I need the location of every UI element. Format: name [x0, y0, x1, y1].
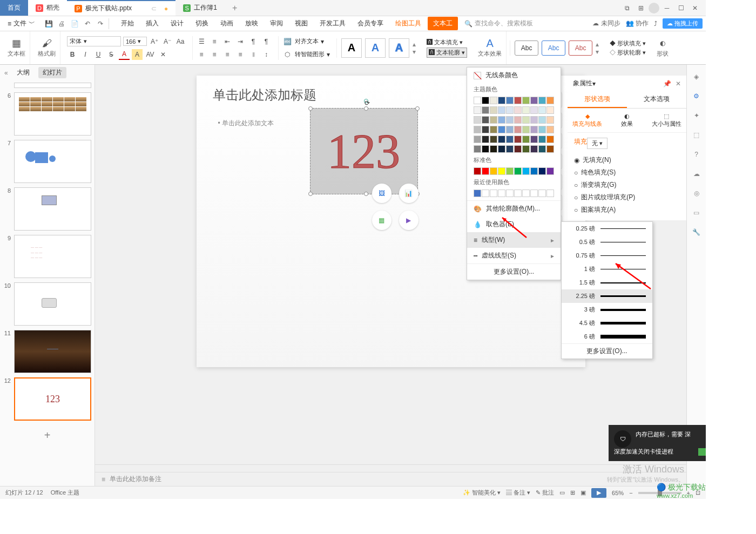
- file-tab[interactable]: P极光下载站.pptx⊂●: [67, 0, 176, 16]
- shape-style-3[interactable]: Abc: [569, 40, 592, 56]
- weight-1-5[interactable]: 1.5 磅: [562, 276, 652, 289]
- shape-fill-button[interactable]: ◆ 形状填充 ▾: [610, 39, 646, 48]
- thumbnail-5-partial[interactable]: [0, 80, 94, 90]
- smart-label[interactable]: 转智能图形: [295, 50, 325, 58]
- handle-sw[interactable]: [308, 192, 313, 196]
- text-effect-icon[interactable]: A: [484, 38, 495, 49]
- weight-2-25[interactable]: 2.25 磅: [562, 289, 652, 303]
- gradient-fill-radio[interactable]: ○ 渐变填充(G): [574, 179, 680, 191]
- slideshow-button[interactable]: ▶: [591, 488, 606, 498]
- preview-icon[interactable]: 📄: [70, 19, 79, 29]
- eyedropper-item[interactable]: 💧 取色器(E): [467, 217, 561, 232]
- weight-4-5[interactable]: 4.5 磅: [562, 316, 652, 330]
- sync-status[interactable]: ☁ 未同步: [592, 19, 620, 28]
- text-outline-button[interactable]: 🅰 文本轮廓 ▾: [427, 48, 467, 58]
- thumbnail-6[interactable]: 6: [0, 90, 94, 138]
- font-combo[interactable]: 宋体 ▾: [67, 36, 121, 46]
- handle-ne[interactable]: [415, 106, 420, 111]
- color-darkblue[interactable]: [498, 97, 505, 104]
- smart-beautify-button[interactable]: ✨ 智能美化 ▾: [463, 489, 501, 497]
- align-text-label[interactable]: 对齐文本: [295, 37, 319, 45]
- new-tab-button[interactable]: +: [225, 3, 245, 13]
- rs-tool-icon[interactable]: 🔧: [690, 226, 703, 239]
- align-center-icon[interactable]: ≡: [209, 49, 220, 60]
- underline-icon[interactable]: U: [93, 49, 104, 60]
- color-purple[interactable]: [530, 97, 538, 104]
- change-case-icon[interactable]: Aa: [175, 36, 186, 47]
- menu-tab-view[interactable]: 视图: [289, 17, 313, 30]
- redo-icon[interactable]: ↷: [96, 19, 105, 29]
- thumbnail-10[interactable]: 10: [0, 280, 94, 328]
- rs-layers-icon[interactable]: ⬚: [690, 129, 703, 141]
- docker-tab[interactable]: D稻壳: [28, 0, 67, 16]
- insert-image-icon[interactable]: 🖼: [372, 184, 392, 203]
- props-close-icon[interactable]: ✕: [676, 80, 681, 87]
- view-sorter-icon[interactable]: ⊞: [570, 489, 575, 496]
- slides-tab[interactable]: 幻灯片: [38, 67, 66, 78]
- insert-chart-icon[interactable]: 📊: [399, 184, 418, 203]
- size-subtab[interactable]: ⬚大小与属性: [647, 109, 686, 132]
- indent-dec-icon[interactable]: ⇤: [222, 36, 233, 47]
- collapse-panel[interactable]: «: [4, 69, 8, 77]
- tab-pin-icon[interactable]: ⊂: [151, 5, 157, 12]
- weight-0-75[interactable]: 0.75 磅: [562, 249, 652, 262]
- weight-3[interactable]: 3 磅: [562, 303, 652, 316]
- notification-popup[interactable]: 🛡 内存已超标，需要 深 深度加速关闭卡慢进程: [609, 425, 706, 461]
- bullets-icon[interactable]: ☰: [196, 36, 207, 47]
- file-menu[interactable]: ≡ 文件 ﹀: [3, 19, 39, 28]
- clear-format-icon[interactable]: ✕: [158, 49, 168, 60]
- text-options-tab[interactable]: 文本选项: [627, 91, 686, 108]
- menu-tab-slideshow[interactable]: 放映: [240, 17, 264, 30]
- highlight-icon[interactable]: A: [132, 49, 143, 60]
- rs-location-icon[interactable]: ◎: [690, 187, 703, 200]
- shape-style-down[interactable]: ▾: [596, 48, 599, 56]
- line-spacing-icon[interactable]: ↕: [261, 49, 272, 60]
- dash-type-item[interactable]: ┅ 虚线线型(S)▸: [467, 248, 561, 263]
- italic-icon[interactable]: I: [80, 49, 91, 60]
- color-green[interactable]: [522, 97, 530, 104]
- increase-font-icon[interactable]: A⁺: [149, 36, 160, 47]
- menu-tab-design[interactable]: 设计: [165, 17, 189, 30]
- weight-6[interactable]: 6 磅: [562, 330, 652, 343]
- avatar[interactable]: [649, 3, 659, 13]
- home-tab[interactable]: 首页: [0, 0, 28, 16]
- menu-tab-animation[interactable]: 动画: [215, 17, 239, 30]
- text-style-3[interactable]: A: [389, 38, 409, 58]
- insert-video-icon[interactable]: ▶: [399, 211, 418, 230]
- text-direction-icon[interactable]: 🔤: [282, 36, 293, 47]
- fill-line-subtab[interactable]: ◆填充与线条: [568, 109, 607, 132]
- menu-tab-dev[interactable]: 开发工具: [314, 17, 351, 30]
- decrease-font-icon[interactable]: A⁻: [162, 36, 173, 47]
- horizontal-scrollbar[interactable]: [95, 464, 686, 472]
- style-down-icon[interactable]: ▾: [413, 48, 416, 56]
- thumbnail-9[interactable]: 9— — —— — —— — —: [0, 233, 94, 280]
- rs-settings-icon[interactable]: ⚙: [690, 90, 703, 103]
- solid-fill-radio[interactable]: ○ 纯色填充(S): [574, 166, 680, 179]
- rs-help-icon[interactable]: ?: [690, 148, 703, 161]
- font-color-icon[interactable]: A: [119, 49, 130, 60]
- minimize-button[interactable]: ─: [660, 3, 673, 13]
- print-icon[interactable]: 🖨: [57, 19, 66, 29]
- selected-text-box[interactable]: 123 ⟳: [310, 108, 418, 194]
- props-pin-icon[interactable]: 📌: [663, 80, 671, 87]
- shape-style-up[interactable]: ▴: [596, 40, 599, 48]
- textbox-icon[interactable]: ▦: [11, 38, 22, 49]
- shape-outline-button[interactable]: ◇ 形状轮廓 ▾: [610, 49, 646, 57]
- menu-tab-start[interactable]: 开始: [116, 17, 139, 30]
- menu-tab-review[interactable]: 审阅: [265, 17, 288, 30]
- weight-more-settings[interactable]: 更多设置(O)...: [562, 344, 652, 359]
- align-justify-icon[interactable]: ≡: [235, 49, 246, 60]
- size-combo[interactable]: 166 ▾: [123, 37, 147, 46]
- maximize-button[interactable]: ☐: [674, 3, 687, 13]
- effect-subtab[interactable]: ◐效果: [607, 109, 646, 132]
- handle-s[interactable]: [364, 192, 368, 196]
- insert-table-icon[interactable]: ▦: [372, 211, 392, 230]
- strike-icon[interactable]: S̶: [106, 49, 117, 60]
- rtl-icon[interactable]: ¶: [261, 36, 272, 47]
- layout-icon[interactable]: ⧉: [620, 3, 633, 13]
- comments-toggle[interactable]: ✎ 批注: [536, 489, 554, 497]
- command-search[interactable]: 🔍 查找命令、搜索模板: [464, 19, 533, 28]
- rs-screen-icon[interactable]: ▭: [690, 206, 703, 219]
- notes-bar[interactable]: ≡ 单击此处添加备注: [95, 472, 686, 486]
- no-line-color[interactable]: 无线条颜色: [467, 67, 561, 83]
